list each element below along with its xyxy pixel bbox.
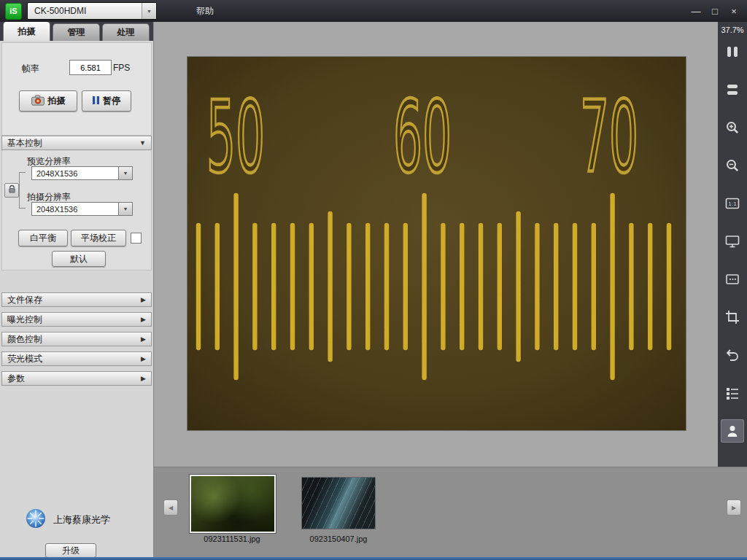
- resolution-link-bracket: [19, 172, 26, 209]
- upgrade-button-label: 升级: [62, 545, 80, 557]
- framerate-label: 帧率: [22, 63, 39, 75]
- window-bottom-border: [0, 557, 747, 560]
- section-expanded-icon: ▼: [139, 139, 146, 147]
- flat-field-label: 平场校正: [81, 232, 116, 244]
- file-list-icon: [724, 385, 740, 401]
- white-balance-button[interactable]: 白平衡: [18, 230, 68, 246]
- left-panel: 拍摄 管理 处理 帧率 FPS 拍摄 暂停 基本控制 ▼ 预览分辨率 2048X…: [0, 22, 154, 560]
- split-horizontal-icon: [724, 82, 740, 98]
- app-window: iS CK-500HDMI ▼ 帮助 — □ × 拍摄 管理 处理 帧率 FPS…: [0, 0, 747, 560]
- zoom-in-icon: [724, 120, 740, 136]
- section-color-title: 颜色控制: [7, 333, 141, 346]
- panel-tabs: 拍摄 管理 处理: [0, 22, 153, 41]
- device-select-value: CK-500HDMI: [28, 3, 142, 19]
- section-collapsed-icon: ▶: [141, 316, 146, 323]
- user-account-button[interactable]: [721, 419, 744, 443]
- camera-icon: [31, 95, 44, 108]
- close-button[interactable]: ×: [728, 6, 740, 17]
- lock-icon: [7, 184, 17, 196]
- undo-icon: [724, 347, 740, 363]
- default-button[interactable]: 默认: [52, 251, 106, 267]
- thumbnail-item-selected[interactable]: [191, 476, 274, 532]
- thumbnail-filename: 0923111531.jpg: [174, 534, 290, 543]
- thumbnail-image: [302, 478, 375, 529]
- scroll-left-icon: ◀: [169, 505, 173, 511]
- window-controls: — □ ×: [690, 6, 747, 17]
- tab-manage[interactable]: 管理: [53, 23, 100, 41]
- flat-field-button[interactable]: 平场校正: [71, 230, 126, 246]
- split-vertical-icon: [724, 44, 740, 60]
- section-exposure-control[interactable]: 曝光控制 ▶: [1, 312, 152, 327]
- default-button-label: 默认: [70, 253, 88, 265]
- svg-text:1:1: 1:1: [728, 201, 736, 207]
- section-color-control[interactable]: 颜色控制 ▶: [1, 332, 152, 346]
- fit-screen-button[interactable]: [721, 230, 744, 253]
- brand-area: 上海蔡康光学: [25, 508, 110, 532]
- chevron-down-icon[interactable]: ▼: [142, 3, 156, 19]
- scroll-right-button[interactable]: ▶: [727, 499, 741, 516]
- preview-display-button[interactable]: [721, 268, 744, 291]
- scroll-left-button[interactable]: ◀: [163, 499, 178, 516]
- preview-display-icon: [724, 271, 740, 287]
- app-logo-icon: iS: [5, 3, 22, 20]
- pause-button-label: 暂停: [103, 95, 120, 107]
- right-toolbar: 37.7% 1:1: [718, 22, 747, 467]
- section-parameters[interactable]: 参数 ▶: [1, 371, 152, 386]
- thumbnail-image: [191, 476, 274, 532]
- preview-resolution-select[interactable]: 2048X1536 ▼: [31, 166, 133, 180]
- actual-size-icon: 1:1: [724, 195, 740, 211]
- preview-resolution-value: 2048X1536: [31, 166, 119, 180]
- brand-name: 上海蔡康光学: [53, 513, 110, 526]
- section-fluorescence-title: 荧光模式: [7, 353, 141, 365]
- split-vertical-view-button[interactable]: [721, 40, 744, 63]
- chevron-down-icon[interactable]: ▼: [119, 202, 133, 216]
- section-collapsed-icon: ▶: [141, 296, 146, 303]
- white-balance-label: 白平衡: [30, 232, 56, 244]
- tab-process[interactable]: 处理: [102, 23, 150, 41]
- file-list-button[interactable]: [721, 381, 744, 405]
- zoom-in-button[interactable]: [721, 116, 744, 139]
- pause-icon: [93, 96, 99, 106]
- brand-logo-icon: [25, 508, 47, 532]
- section-basic-title: 基本控制: [7, 137, 139, 149]
- framerate-input[interactable]: [69, 60, 112, 75]
- basic-control-body: 预览分辨率 2048X1536 ▼ 拍摄分辨率 2048X1536 ▼ 白平衡 …: [1, 150, 152, 271]
- capture-button[interactable]: 拍摄: [19, 90, 77, 112]
- device-select[interactable]: CK-500HDMI ▼: [27, 2, 157, 20]
- fps-label: FPS: [113, 63, 130, 73]
- upgrade-button[interactable]: 升级: [45, 543, 96, 558]
- minimize-button[interactable]: —: [690, 6, 702, 17]
- tab-capture[interactable]: 拍摄: [3, 21, 50, 41]
- scroll-right-icon: ▶: [732, 505, 736, 511]
- section-exposure-title: 曝光控制: [7, 314, 141, 326]
- microscope-live-image[interactable]: 506070: [187, 57, 686, 430]
- undo-button[interactable]: [721, 343, 744, 367]
- section-file-save[interactable]: 文件保存 ▶: [1, 292, 152, 307]
- zoom-out-button[interactable]: [721, 154, 744, 177]
- section-basic-control[interactable]: 基本控制 ▼: [1, 136, 152, 150]
- pause-button[interactable]: 暂停: [82, 90, 131, 112]
- thumbnail-strip: ◀ 0923111531.jpg 0923150407.jpg ▶: [153, 467, 747, 560]
- zoom-percent-label: 37.7%: [721, 26, 743, 34]
- capture-resolution-value: 2048X1536: [31, 202, 119, 216]
- capture-resolution-select[interactable]: 2048X1536 ▼: [31, 202, 133, 216]
- titlebar: iS CK-500HDMI ▼ 帮助 — □ ×: [0, 0, 747, 22]
- flat-field-checkbox[interactable]: [131, 233, 142, 244]
- split-horizontal-view-button[interactable]: [721, 78, 744, 101]
- section-collapsed-icon: ▶: [141, 335, 146, 343]
- crop-icon: [724, 309, 740, 325]
- actual-size-button[interactable]: 1:1: [721, 192, 744, 215]
- section-fluorescence-mode[interactable]: 荧光模式 ▶: [1, 351, 152, 366]
- chevron-down-icon[interactable]: ▼: [119, 166, 133, 180]
- fit-screen-icon: [724, 233, 740, 249]
- thumbnail-filename: 0923150407.jpg: [280, 534, 397, 543]
- maximize-button[interactable]: □: [709, 6, 721, 17]
- capture-button-label: 拍摄: [48, 95, 66, 107]
- crop-button[interactable]: [721, 306, 744, 329]
- resolution-lock-button[interactable]: [4, 183, 19, 198]
- thumbnail-item[interactable]: [302, 478, 375, 529]
- section-collapsed-icon: ▶: [141, 375, 146, 382]
- zoom-out-icon: [724, 158, 740, 174]
- menu-help[interactable]: 帮助: [189, 1, 221, 21]
- viewer-area: 506070: [153, 22, 718, 467]
